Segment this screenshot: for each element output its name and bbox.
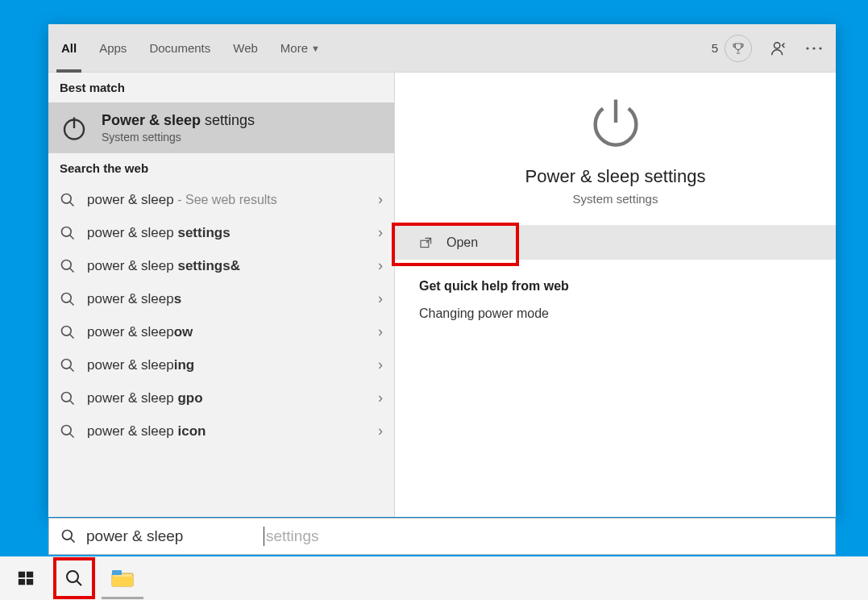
chevron-right-icon: › — [378, 323, 383, 340]
taskbar-search-button[interactable] — [53, 557, 95, 599]
best-match-text: Power & sleep settings System settings — [102, 112, 255, 144]
preview-column: Power & sleep settings System settings O… — [395, 73, 836, 517]
power-icon — [60, 114, 89, 143]
web-result-item[interactable]: power & sleep settings› — [48, 216, 394, 249]
svg-point-10 — [62, 260, 72, 269]
search-icon — [60, 291, 76, 307]
search-icon — [60, 225, 76, 241]
svg-point-12 — [62, 293, 72, 302]
chevron-right-icon: › — [378, 224, 383, 241]
best-match-title-rest: settings — [201, 112, 255, 128]
svg-point-16 — [62, 359, 72, 369]
search-icon — [60, 390, 76, 406]
svg-point-30 — [67, 571, 78, 582]
preview-title: Power & sleep settings — [525, 166, 706, 187]
best-match-title: Power & sleep settings — [102, 112, 255, 129]
search-web-label: Search the web — [48, 153, 394, 183]
web-results-list: power & sleep - See web results›power & … — [48, 183, 394, 448]
tab-all[interactable]: All — [61, 24, 77, 72]
svg-line-19 — [70, 400, 74, 404]
svg-point-1 — [806, 47, 808, 49]
svg-point-6 — [62, 194, 72, 203]
search-ghost-text: settings — [266, 527, 318, 545]
web-result-text: power & sleepow — [87, 324, 367, 340]
svg-point-20 — [62, 425, 72, 435]
svg-rect-27 — [27, 572, 33, 577]
tab-apps[interactable]: Apps — [99, 24, 127, 72]
svg-point-14 — [62, 326, 72, 335]
taskbar — [0, 556, 868, 600]
chevron-down-icon: ▼ — [311, 44, 320, 53]
web-result-item[interactable]: power & sleep settings&› — [48, 249, 394, 282]
person-icon[interactable] — [770, 40, 787, 57]
search-icon — [60, 423, 76, 440]
web-result-text: power & sleep settings& — [87, 258, 367, 274]
open-action[interactable]: Open — [395, 226, 836, 260]
web-result-text: power & sleeps — [87, 291, 367, 307]
chevron-right-icon: › — [378, 257, 383, 274]
svg-rect-33 — [112, 570, 122, 575]
chevron-right-icon: › — [378, 423, 383, 440]
rewards-badge[interactable]: 5 — [712, 35, 752, 62]
web-result-item[interactable]: power & sleep gpo› — [48, 381, 394, 415]
svg-line-7 — [70, 202, 74, 206]
tab-more[interactable]: More ▼ — [280, 24, 320, 72]
web-result-text: power & sleep - See web results — [87, 192, 367, 208]
chevron-right-icon: › — [378, 390, 383, 406]
preview-subtitle: System settings — [573, 192, 658, 206]
web-result-text: power & sleeping — [87, 357, 367, 373]
svg-line-17 — [70, 367, 74, 371]
svg-point-8 — [62, 227, 72, 236]
svg-line-15 — [70, 334, 74, 338]
chevron-right-icon: › — [378, 290, 383, 307]
svg-rect-34 — [112, 577, 133, 586]
quick-help-link[interactable]: Changing power mode — [419, 306, 812, 321]
start-button[interactable] — [5, 557, 47, 599]
search-icon — [60, 258, 76, 274]
web-result-text: power & sleep settings — [87, 225, 367, 241]
search-panel: All Apps Documents Web More ▼ 5 — [48, 24, 836, 517]
quick-help-title: Get quick help from web — [419, 279, 812, 294]
search-icon — [60, 357, 76, 373]
tabs-row: All Apps Documents Web More ▼ 5 — [48, 24, 836, 73]
web-result-item[interactable]: power & sleeping› — [48, 348, 394, 381]
rewards-count: 5 — [712, 41, 718, 55]
svg-rect-29 — [27, 579, 33, 585]
text-caret — [264, 527, 264, 546]
svg-line-11 — [70, 268, 74, 272]
web-result-item[interactable]: power & sleeps› — [48, 282, 394, 315]
svg-point-3 — [819, 47, 821, 49]
web-result-item[interactable]: power & sleep icon› — [48, 415, 394, 448]
svg-line-13 — [70, 301, 74, 305]
best-match-item[interactable]: Power & sleep settings System settings — [48, 102, 394, 153]
web-result-item[interactable]: power & sleepow› — [48, 315, 394, 348]
chevron-right-icon: › — [378, 356, 383, 373]
tab-web[interactable]: Web — [233, 24, 258, 72]
svg-line-25 — [71, 539, 75, 543]
search-icon — [60, 528, 77, 544]
web-result-text: power & sleep icon — [87, 423, 367, 440]
more-icon[interactable] — [805, 40, 823, 57]
chevron-right-icon: › — [378, 191, 383, 208]
svg-point-0 — [775, 42, 780, 48]
tab-documents[interactable]: Documents — [149, 24, 210, 72]
power-icon — [585, 92, 646, 153]
best-match-title-bold: Power & sleep — [102, 112, 201, 128]
svg-line-21 — [70, 433, 74, 437]
svg-line-9 — [70, 235, 74, 239]
best-match-label: Best match — [48, 73, 394, 102]
search-input-row[interactable]: settings — [48, 518, 836, 555]
svg-line-31 — [77, 581, 81, 585]
web-result-item[interactable]: power & sleep - See web results› — [48, 183, 394, 216]
search-input[interactable] — [86, 527, 264, 545]
trophy-icon — [725, 35, 752, 62]
panel-body: Best match Power & sleep settings System… — [48, 73, 836, 517]
file-explorer-button[interactable] — [102, 557, 143, 599]
tabs-left: All Apps Documents Web More ▼ — [61, 24, 320, 72]
search-icon — [60, 324, 76, 340]
open-label: Open — [446, 235, 478, 250]
svg-rect-28 — [19, 579, 25, 585]
svg-point-18 — [62, 392, 72, 402]
tab-more-label: More — [280, 41, 308, 55]
search-icon — [60, 192, 76, 208]
